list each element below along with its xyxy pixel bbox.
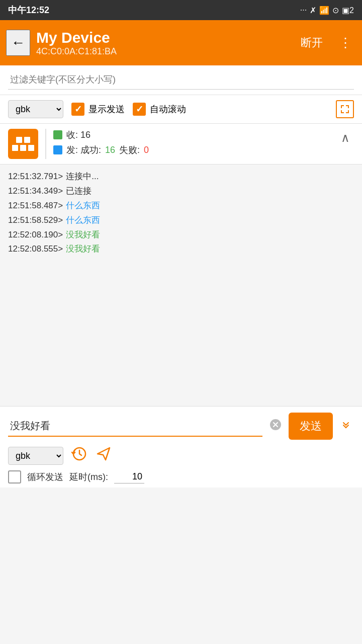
log-time-2: 12:51:58.487> [8,199,63,213]
auto-scroll-checkbox[interactable]: ✓ [133,103,146,116]
log-time-4: 12:52:08.190> [8,228,63,243]
show-send-label: 显示发送 [88,103,125,115]
history-icon[interactable] [71,446,87,465]
encoding-select-bottom[interactable]: gbk utf-8 ascii [8,447,63,465]
clear-message-button[interactable] [267,417,284,436]
toolbar-title: My Device 4C:C0:0A:C1:81:BA [36,29,289,57]
log-area: 12:51:32.791> 连接中... 12:51:34.349> 已连接 1… [0,165,362,406]
loop-send-checkbox[interactable] [8,470,21,484]
message-input-row: 发送 [8,413,354,440]
message-input[interactable] [8,416,262,437]
pause-clear-button[interactable] [8,129,38,159]
log-msg-5: 没我好看 [66,242,100,257]
log-entry-4: 12:52:08.190> 没我好看 [8,228,354,243]
controls-bar: gbk utf-8 ascii ✓ 显示发送 ✓ 自动滚动 [0,95,362,124]
bluetooth-icon: ✗ [310,6,316,15]
log-time-1: 12:51:34.349> [8,184,63,199]
log-msg-4: 没我好看 [66,228,100,243]
disconnect-button[interactable]: 断开 [295,31,329,54]
filter-input[interactable] [8,70,354,90]
check-mark-icon: ✓ [74,104,82,115]
status-icons: ··· ✗ 📶 ⊙ ▣2 [300,6,354,15]
send-fail-prefix: 失败: [119,144,140,156]
expand-down-button[interactable] [338,417,354,436]
stats-divider [45,129,46,159]
toolbar: ← My Device 4C:C0:0A:C1:81:BA 断开 ⋮ [0,20,362,65]
loop-send-row: 循环发送 延时(ms): [8,470,354,484]
send-success-count: 16 [105,145,115,155]
wifi-icon: ⊙ [332,6,339,15]
encoding-select-top[interactable]: gbk utf-8 ascii [8,100,63,118]
bottom-area: 发送 gbk utf-8 ascii 循环发送 [0,406,362,488]
auto-scroll-checkbox-group[interactable]: ✓ 自动滚动 [133,103,186,116]
stats-info: 收: 16 发: 成功: 16 失败: 0 [53,129,332,159]
receive-label: 收: 16 [66,129,90,141]
receive-color-dot [53,130,62,139]
back-button[interactable]: ← [6,30,30,56]
pause-icon-right [24,137,30,143]
clear-icon-1 [12,145,18,151]
log-time-3: 12:51:58.529> [8,213,63,228]
pause-icon-left [16,137,22,143]
collapse-button[interactable]: ∧ [337,129,354,147]
clear-icons [12,145,34,151]
device-mac: 4C:C0:0A:C1:81:BA [36,46,289,57]
device-name: My Device [36,29,289,46]
log-msg-2: 什么东西 [66,199,100,213]
log-msg-1: 已连接 [66,184,92,199]
log-time-5: 12:52:08.555> [8,242,63,257]
clear-icon-2 [20,145,26,151]
log-msg-3: 什么东西 [66,213,100,228]
log-entry-2: 12:51:58.487> 什么东西 [8,199,354,213]
clear-icon-3 [28,145,34,151]
expand-icon[interactable] [336,100,354,118]
check-mark-auto-icon: ✓ [136,104,143,115]
send-color-dot [53,145,62,154]
status-bar: 中午12:52 ··· ✗ 📶 ⊙ ▣2 [0,0,362,20]
delay-label: 延时(ms): [69,471,108,483]
receive-stats-row: 收: 16 [53,129,332,141]
log-entry-0: 12:51:32.791> 连接中... [8,170,354,184]
send-prefix: 发: 成功: [66,144,101,156]
stats-bar: 收: 16 发: 成功: 16 失败: 0 ∧ [0,124,362,165]
show-send-checkbox-group[interactable]: ✓ 显示发送 [71,103,125,116]
send-template-icon[interactable] [96,446,112,465]
log-entry-1: 12:51:34.349> 已连接 [8,184,354,199]
signal-dots-icon: ··· [300,6,307,15]
more-menu-button[interactable]: ⋮ [335,31,356,55]
send-button[interactable]: 发送 [289,413,333,440]
status-time: 中午12:52 [8,4,49,16]
log-time-0: 12:51:32.791> [8,170,63,184]
battery-icon: ▣2 [342,6,354,15]
log-entry-5: 12:52:08.555> 没我好看 [8,242,354,257]
pause-icons [16,137,30,143]
delay-input[interactable] [114,470,144,484]
log-msg-0: 连接中... [66,170,99,184]
filter-bar [0,65,362,95]
send-fail-count: 0 [144,145,149,155]
auto-scroll-label: 自动滚动 [150,103,186,115]
log-entry-3: 12:51:58.529> 什么东西 [8,213,354,228]
bottom-controls-row: gbk utf-8 ascii [8,446,354,465]
signal-bars-icon: 📶 [319,6,329,15]
send-stats-row: 发: 成功: 16 失败: 0 [53,144,332,156]
loop-send-label: 循环发送 [27,471,63,483]
show-send-checkbox[interactable]: ✓ [71,103,84,116]
